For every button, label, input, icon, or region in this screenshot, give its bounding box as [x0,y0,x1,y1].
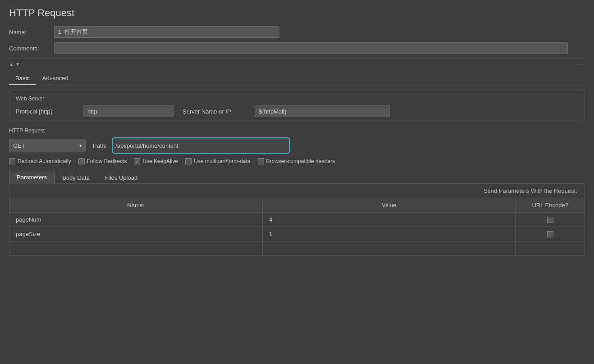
param-value-cell: 1 [262,227,515,241]
server-label: Server Name or IP: [183,108,246,115]
path-input-wrapper [112,137,290,154]
browser-headers-checkbox[interactable]: Browser-compatible headers [258,158,335,164]
http-request-section: HTTP Request GET POST PUT DELETE ▼ Path: [9,127,585,164]
keep-alive-checkbox[interactable]: ✓ Use KeepAlive [134,158,178,164]
tab-advanced[interactable]: Advanced [36,72,75,85]
name-input[interactable] [54,26,279,38]
multipart-box[interactable] [185,158,192,164]
name-label: Name: [9,29,54,36]
protocol-row: Protocol [http]: Server Name or IP: [16,105,578,117]
col-value-header: Value [262,198,515,213]
tab-basic[interactable]: Basic [9,72,36,85]
main-tabs: Basic Advanced [9,72,585,85]
protocol-label: Protocol [http]: [16,108,74,115]
sub-tab-parameters[interactable]: Parameters [9,171,55,184]
web-server-section: Web Server Protocol [http]: Server Name … [9,91,585,122]
web-server-legend: Web Server [16,96,578,102]
dots-menu[interactable]: ··· [577,61,585,68]
multipart-label: Use multipart/form-data [194,158,250,164]
table-row: pageNum 4 [9,213,585,227]
comments-input[interactable] [54,42,568,54]
multipart-checkbox[interactable]: Use multipart/form-data [185,158,250,164]
server-input[interactable] [255,105,390,117]
keep-alive-box[interactable]: ✓ [134,158,140,164]
table-header-row: Name: Value URL Encode? [9,198,585,213]
checkboxes-row: Redirect Automatically ✓ Follow Redirect… [9,158,585,164]
params-table: Name: Value URL Encode? pageNum 4 pageSi… [9,198,585,255]
follow-redirects-checkbox[interactable]: ✓ Follow Redirects [78,158,127,164]
param-name-cell [9,241,262,256]
browser-headers-box[interactable] [258,158,264,164]
browser-headers-label: Browser-compatible headers [266,158,335,164]
redirect-auto-box[interactable] [9,158,15,164]
table-row: pageSize 1 [9,227,585,241]
keep-alive-check: ✓ [135,159,139,164]
divider-bar: ▲ ▼ ··· [9,59,585,69]
method-select[interactable]: GET POST PUT DELETE [9,139,86,152]
page-title: HTTP Request [9,7,585,19]
param-value-cell: 4 [262,213,515,227]
follow-redirects-check: ✓ [80,159,83,164]
sub-tab-body-data[interactable]: Body Data [55,171,97,184]
param-encode-cell [516,213,585,227]
param-encode-cell [516,241,585,256]
send-params-label: Send Parameters With the Request: [9,184,585,198]
comments-label: Comments: [9,45,54,52]
method-wrapper: GET POST PUT DELETE ▼ [9,139,86,152]
param-name-cell: pageNum [9,213,262,227]
params-section: Send Parameters With the Request: Name: … [9,184,585,256]
protocol-input[interactable] [83,105,174,117]
url-encode-checkbox[interactable] [547,231,553,237]
redirect-auto-label: Redirect Automatically [18,158,71,164]
name-row: Name: [9,26,585,38]
follow-redirects-box[interactable]: ✓ [78,158,85,164]
params-table-body: pageNum 4 pageSize 1 [9,213,585,256]
col-encode-header: URL Encode? [516,198,585,213]
url-encode-checkbox[interactable] [547,217,553,223]
param-value-cell [262,241,515,256]
path-label: Path: [93,142,106,149]
path-input[interactable] [115,140,287,151]
request-row: GET POST PUT DELETE ▼ Path: [9,137,585,154]
keep-alive-label: Use KeepAlive [142,158,178,164]
redirect-auto-checkbox[interactable]: Redirect Automatically [9,158,71,164]
follow-redirects-label: Follow Redirects [87,158,127,164]
param-name-cell: pageSize [9,227,262,241]
sub-tab-files-upload[interactable]: Files Upload [97,171,145,184]
sub-tabs-row: Parameters Body Data Files Upload [9,171,585,184]
col-name-header: Name: [9,198,262,213]
table-row [9,241,585,256]
comments-row: Comments: [9,42,585,54]
param-encode-cell [516,227,585,241]
http-request-label: HTTP Request [9,127,585,134]
down-icon[interactable]: ▼ [15,62,20,67]
up-icon[interactable]: ▲ [9,62,14,67]
